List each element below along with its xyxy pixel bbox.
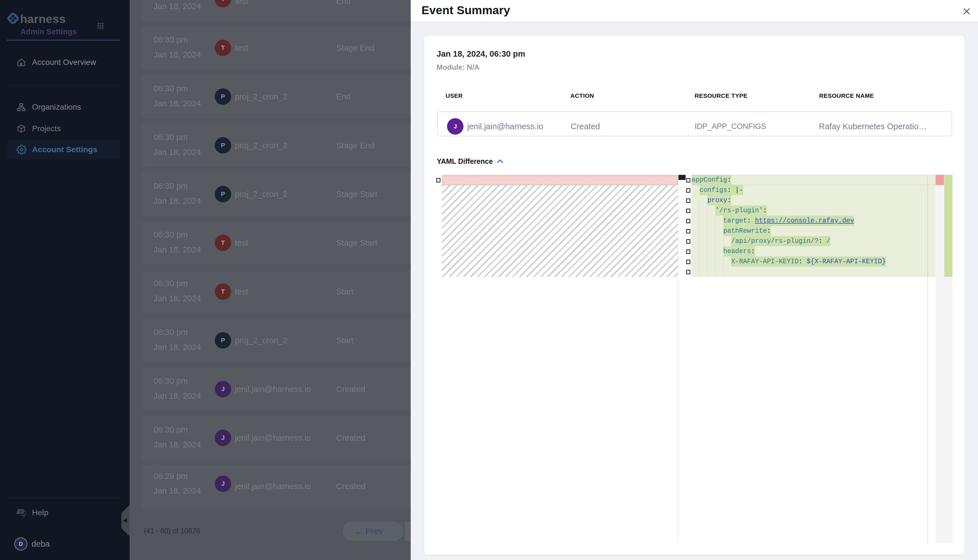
svg-text:?: ? [19,509,22,514]
